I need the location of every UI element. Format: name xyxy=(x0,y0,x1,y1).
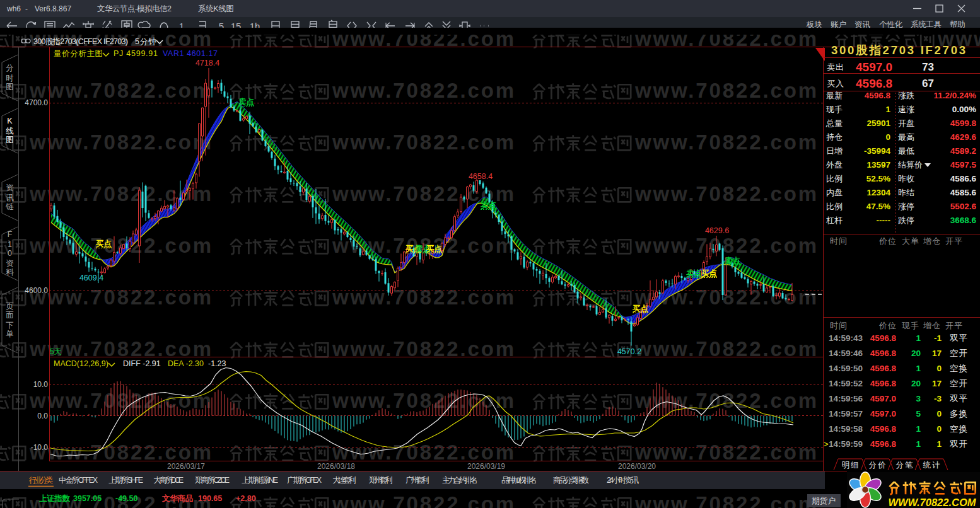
svg-text:3: 3 xyxy=(916,394,921,403)
svg-text:4596.8: 4596.8 xyxy=(870,333,897,343)
svg-text:DEA -2.30: DEA -2.30 xyxy=(168,359,204,368)
svg-text:5分钟: 5分钟 xyxy=(135,37,156,46)
svg-text:空开: 空开 xyxy=(950,379,967,388)
svg-text:面: 面 xyxy=(6,311,14,320)
svg-text:www.70822.com: www.70822.com xyxy=(634,79,817,102)
svg-text:文华云节点-模拟电信2: 文华云节点-模拟电信2 xyxy=(97,4,172,13)
svg-text:-49.50: -49.50 xyxy=(115,494,137,503)
svg-text:量价分析主图: 量价分析主图 xyxy=(54,49,103,58)
svg-text:双平: 双平 xyxy=(950,394,967,403)
svg-text:13597: 13597 xyxy=(866,160,890,170)
svg-text:大商所DCE: 大商所DCE xyxy=(153,476,184,485)
svg-text:比例: 比例 xyxy=(826,174,843,183)
svg-text:主力合约排名: 主力合约排名 xyxy=(442,476,478,485)
svg-text:52.5%: 52.5% xyxy=(866,174,890,183)
svg-text:4609.4: 4609.4 xyxy=(79,274,103,282)
svg-text:0: 0 xyxy=(936,424,942,434)
svg-text:2026/03/20: 2026/03/20 xyxy=(618,462,656,471)
svg-text:比例: 比例 xyxy=(826,202,843,211)
svg-text:卖点: 卖点 xyxy=(481,201,497,210)
svg-text:1: 1 xyxy=(916,439,921,449)
svg-text:-1: -1 xyxy=(934,333,942,343)
svg-text:www.70822.com: www.70822.com xyxy=(29,79,211,102)
svg-text:期货户: 期货户 xyxy=(812,497,836,505)
svg-text:买点: 买点 xyxy=(701,269,718,278)
svg-text:4597.0: 4597.0 xyxy=(870,394,896,403)
svg-text:郑州套利: 郑州套利 xyxy=(368,476,393,485)
svg-text:涨停: 涨停 xyxy=(898,202,914,211)
svg-text:杠杆: 杠杆 xyxy=(826,216,843,225)
svg-text:K: K xyxy=(7,117,13,125)
svg-text:空开: 空开 xyxy=(950,349,967,358)
svg-text:广期所GFEX: 广期所GFEX xyxy=(287,476,322,485)
svg-text:4629.6: 4629.6 xyxy=(950,132,977,142)
svg-text:1: 1 xyxy=(936,439,942,449)
svg-text:系统工具: 系统工具 xyxy=(911,20,942,29)
svg-text:www.70822.com: www.70822.com xyxy=(332,492,514,508)
svg-text:www.70822.com: www.70822.com xyxy=(332,130,514,154)
svg-text:-3: -3 xyxy=(934,394,942,403)
svg-text:线: 线 xyxy=(6,127,14,136)
svg-text:1: 1 xyxy=(885,105,890,114)
svg-text:日增: 日增 xyxy=(826,146,843,156)
svg-text:2026/03/17: 2026/03/17 xyxy=(167,462,205,471)
svg-text:时间: 时间 xyxy=(830,321,847,330)
svg-text:14:59:58: 14:59:58 xyxy=(829,424,863,434)
svg-text:图: 图 xyxy=(6,136,14,144)
svg-text:www.70822.com: www.70822.com xyxy=(332,441,514,464)
svg-text:页: 页 xyxy=(6,302,14,311)
svg-text:开平: 开平 xyxy=(945,321,962,330)
svg-text:0: 0 xyxy=(936,364,942,373)
svg-text:2026/03/18: 2026/03/18 xyxy=(317,462,355,471)
svg-text:5: 5 xyxy=(916,409,921,419)
svg-text:www.70822.com: www.70822.com xyxy=(29,286,211,309)
svg-text:-1.23: -1.23 xyxy=(208,359,226,368)
svg-text:4589.2: 4589.2 xyxy=(950,146,976,156)
svg-text:时: 时 xyxy=(6,74,14,83)
svg-text:-: - xyxy=(25,4,28,13)
svg-text:4599.8: 4599.8 xyxy=(950,118,977,128)
svg-text:4629.6: 4629.6 xyxy=(705,226,729,235)
svg-text:+2.80: +2.80 xyxy=(236,494,256,503)
svg-text:品种加权排名: 品种加权排名 xyxy=(501,476,537,485)
svg-text:PJ 4599.91: PJ 4599.91 xyxy=(114,49,158,58)
svg-text:1: 1 xyxy=(916,424,921,434)
svg-text:20: 20 xyxy=(911,349,921,358)
svg-text:账户: 账户 xyxy=(831,20,846,29)
svg-text:www.70822.com: www.70822.com xyxy=(29,441,211,464)
svg-text:www.70822.com: www.70822.com xyxy=(332,79,514,102)
svg-text:-35994: -35994 xyxy=(864,146,891,156)
svg-text:分笔: 分笔 xyxy=(896,461,914,470)
svg-text:3957.05: 3957.05 xyxy=(73,494,102,503)
svg-text:郑商所CZCE: 郑商所CZCE xyxy=(194,476,230,485)
svg-text:现手: 现手 xyxy=(825,105,843,114)
svg-text:双平: 双平 xyxy=(950,333,967,343)
svg-text:最低: 最低 xyxy=(898,146,914,156)
svg-text:涨跌: 涨跌 xyxy=(898,91,914,100)
svg-text:14:59:50: 14:59:50 xyxy=(829,364,863,373)
svg-text:买点: 买点 xyxy=(426,245,443,253)
svg-text:10.0: 10.0 xyxy=(33,380,49,389)
svg-text:多换: 多换 xyxy=(950,409,967,419)
svg-text:2026/03/19: 2026/03/19 xyxy=(467,462,505,471)
svg-text:上期所SHFE: 上期所SHFE xyxy=(108,476,143,485)
svg-text:讯: 讯 xyxy=(6,193,14,202)
svg-text:总量: 总量 xyxy=(825,118,843,128)
svg-text:买入: 买入 xyxy=(827,79,844,88)
svg-text:190.65: 190.65 xyxy=(198,494,222,503)
svg-text:12304: 12304 xyxy=(866,188,890,197)
svg-text:0: 0 xyxy=(936,409,942,419)
svg-text:DIFF -2.91: DIFF -2.91 xyxy=(123,359,161,368)
svg-text:4596.8: 4596.8 xyxy=(870,439,897,449)
svg-text:买点: 买点 xyxy=(96,240,112,248)
svg-text:4597.0: 4597.0 xyxy=(856,61,892,74)
svg-text:4700.0: 4700.0 xyxy=(25,98,48,107)
svg-text:www.70822.com: www.70822.com xyxy=(29,130,211,154)
svg-text:单: 单 xyxy=(6,330,14,338)
svg-text:11.2/0.24%: 11.2/0.24% xyxy=(933,91,976,100)
svg-text:0.0: 0.0 xyxy=(37,412,48,420)
svg-text:4596.8: 4596.8 xyxy=(870,364,897,373)
svg-text:14:59:43: 14:59:43 xyxy=(829,333,863,343)
svg-text:持仓: 持仓 xyxy=(826,132,843,142)
svg-text:4596.8: 4596.8 xyxy=(870,349,897,358)
